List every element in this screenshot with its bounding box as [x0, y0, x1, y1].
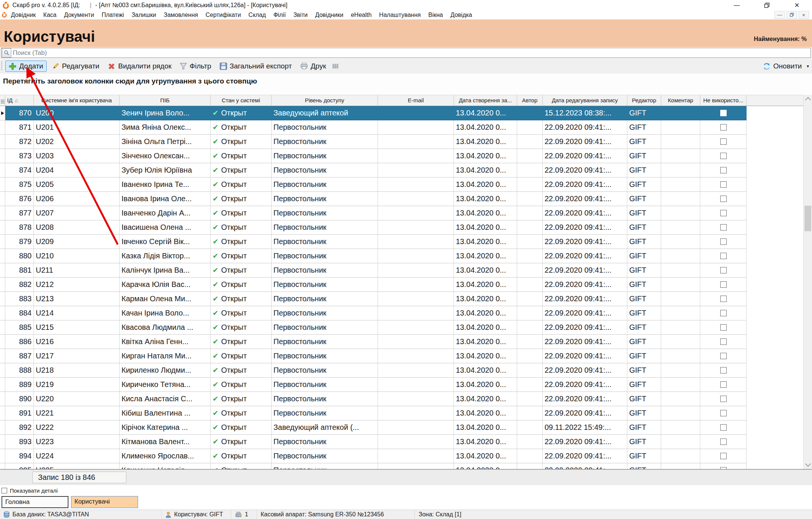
menu-platezhi[interactable]: Платежі: [98, 12, 128, 18]
menu-nalashtuvannia[interactable]: Налаштування: [375, 12, 425, 18]
column-header-sysname[interactable]: Системне ім'я користувача: [34, 95, 120, 106]
minimize-button[interactable]: —: [732, 2, 741, 9]
column-header-state[interactable]: Стан у системі: [211, 95, 272, 106]
row-checkbox[interactable]: [720, 138, 727, 145]
row-checkbox[interactable]: [720, 410, 727, 416]
menu-dovidka[interactable]: Довідка: [447, 12, 476, 18]
table-row[interactable]: 872U202Зініна Ольга Петрі...✔ОткрытПерво…: [0, 135, 812, 149]
search-input[interactable]: [12, 49, 810, 57]
menu-zalyshky[interactable]: Залишки: [128, 12, 160, 18]
scroll-down-icon[interactable]: [805, 461, 811, 467]
table-row[interactable]: 882U212Карачка Юлія Вас...✔ОткрытПервост…: [0, 278, 812, 292]
row-checkbox[interactable]: [720, 453, 727, 459]
row-checkbox[interactable]: [720, 224, 727, 231]
row-checkbox[interactable]: [720, 296, 727, 302]
column-header-comment[interactable]: Коментар: [661, 95, 700, 106]
row-checkbox[interactable]: [720, 324, 727, 331]
table-row[interactable]: 878U208Івасишена Олена ...✔ОткрытПервост…: [0, 220, 812, 235]
table-row[interactable]: 891U221Кібиш Валентина ...✔ОткрытПервост…: [0, 406, 812, 420]
row-checkbox[interactable]: [720, 310, 727, 316]
table-row[interactable]: 892U222Кірічок Катерина ...✔ОткрытЗаведу…: [0, 420, 812, 435]
row-checkbox[interactable]: [720, 396, 727, 402]
table-row[interactable]: 875U205Іваненко Ірина Те...✔ОткрытПервос…: [0, 178, 812, 192]
table-row[interactable]: 886U216Квітка Аліна Генн...✔ОткрытПервос…: [0, 335, 812, 349]
mdi-close-button[interactable]: ×: [798, 11, 809, 19]
table-row[interactable]: 874U204Зубер Юлія Юріївна✔ОткрытПервосто…: [0, 163, 812, 178]
menu-filii[interactable]: Філії: [270, 12, 290, 18]
row-checkbox[interactable]: [720, 281, 727, 288]
column-header-created[interactable]: Дата створення за...: [454, 95, 517, 106]
menu-kasa[interactable]: Каса: [39, 12, 60, 18]
row-checkbox[interactable]: [720, 124, 727, 131]
table-row[interactable]: 895U225Клименко Наталія✔ОткрытПервостоль…: [0, 463, 812, 469]
column-header-email[interactable]: E-mail: [378, 95, 454, 106]
row-checkbox[interactable]: [720, 353, 727, 359]
edit-button[interactable]: Редагувати: [49, 61, 102, 71]
row-checkbox[interactable]: [720, 210, 727, 216]
mdi-minimize-button[interactable]: —: [774, 11, 785, 19]
print-button[interactable]: Друк: [297, 61, 329, 71]
search-icon[interactable]: [2, 48, 11, 58]
menu-zvity[interactable]: Звіти: [290, 12, 311, 18]
table-row[interactable]: 890U220Кисла Анастасія С...✔ОткрытПервос…: [0, 392, 812, 406]
menu-sertyfikaty[interactable]: Сертифікати: [202, 12, 244, 18]
row-selector-header-icon[interactable]: [0, 95, 5, 106]
tab-users[interactable]: Користувачі: [71, 496, 138, 508]
scroll-up-icon[interactable]: [805, 97, 811, 103]
toolbar-drag-handle[interactable]: [1, 62, 2, 71]
close-button[interactable]: ×: [792, 2, 801, 9]
mdi-restore-button[interactable]: [786, 11, 797, 19]
row-checkbox[interactable]: [720, 153, 727, 159]
row-checkbox[interactable]: [720, 367, 727, 373]
table-row[interactable]: 894U224Клименко Ярослав...✔ОткрытПервост…: [0, 449, 812, 463]
menu-dokumenty[interactable]: Документи: [60, 12, 98, 18]
table-row[interactable]: 873U203Зінченко Олексан...✔ОткрытПервост…: [0, 149, 812, 163]
table-row[interactable]: 887U217Кирган Наталя Ми...✔ОткрытПервост…: [0, 349, 812, 363]
table-row[interactable]: 884U214Качан Ірина Воло...✔ОткрытПервост…: [0, 306, 812, 320]
column-header-editor[interactable]: Редактор: [627, 95, 661, 106]
table-row[interactable]: 888U218Кириленко Людми...✔ОткрытПервосто…: [0, 363, 812, 378]
restore-button[interactable]: [762, 2, 771, 9]
menu-dovidnyky[interactable]: Довідники: [311, 12, 347, 18]
table-row[interactable]: 876U206Іванова Ірина Оле...✔ОткрытПервос…: [0, 192, 812, 206]
row-checkbox[interactable]: [720, 253, 727, 259]
table-row[interactable]: 870U200Зенич Ірина Воло...✔ОткрытЗаведую…: [0, 106, 812, 120]
menu-ehealth[interactable]: eHealth: [347, 12, 375, 18]
column-header-author[interactable]: Автор: [517, 95, 543, 106]
row-checkbox[interactable]: [720, 181, 727, 188]
table-row[interactable]: 879U209Івченко Сергій Вік...✔ОткрытПерво…: [0, 235, 812, 249]
menu-dovidnyk[interactable]: Довідник: [7, 12, 39, 18]
column-header-fullname[interactable]: ПІБ: [120, 95, 211, 106]
table-row[interactable]: 893U223Кітманова Валент...✔ОткрытПервост…: [0, 435, 812, 449]
refresh-button[interactable]: Оновити ▾: [763, 62, 809, 70]
show-details-checkbox[interactable]: [2, 488, 7, 493]
filter-button[interactable]: Фільтр: [177, 61, 214, 71]
row-checkbox[interactable]: [720, 424, 727, 431]
table-row[interactable]: 880U210Казка Лідія Віктор...✔ОткрытПерво…: [0, 249, 812, 263]
menu-sklad[interactable]: Склад: [245, 12, 270, 18]
row-checkbox[interactable]: [720, 167, 727, 173]
table-row[interactable]: 883U213Карман Олена Ми...✔ОткрытПервосто…: [0, 292, 812, 306]
row-checkbox[interactable]: [720, 238, 727, 245]
add-button[interactable]: Додати: [5, 61, 47, 72]
column-header-edited[interactable]: Дата редагування запису: [543, 95, 627, 106]
row-checkbox[interactable]: [720, 196, 727, 202]
scrollbar-thumb[interactable]: [804, 206, 811, 231]
column-header-id[interactable]: ІД△: [5, 95, 34, 106]
menu-vikna[interactable]: Вікна: [425, 12, 447, 18]
table-row[interactable]: 889U219Кириченко Тетяна...✔ОткрытПервост…: [0, 378, 812, 392]
row-checkbox[interactable]: [720, 439, 727, 445]
export-button[interactable]: Загальний експорт: [217, 61, 295, 71]
menu-zamovlennia[interactable]: Замовлення: [160, 12, 202, 18]
row-checkbox[interactable]: [720, 381, 727, 388]
column-chooser-button[interactable]: [331, 62, 342, 71]
refresh-dropdown-caret[interactable]: ▾: [807, 64, 809, 69]
table-row[interactable]: 871U201Зима Яніна Олекс...✔ОткрытПервост…: [0, 120, 812, 135]
column-header-access-level[interactable]: Рівень доступу: [272, 95, 378, 106]
delete-row-button[interactable]: Видалити рядок: [105, 61, 175, 71]
table-row[interactable]: 885U215Квасова Людмила ...✔ОткрытПервост…: [0, 320, 812, 335]
column-header-notused[interactable]: Не використо...: [700, 95, 747, 106]
row-checkbox[interactable]: [720, 338, 727, 345]
row-checkbox[interactable]: [720, 110, 727, 116]
table-row[interactable]: 881U211Калінчук Ірина Ва...✔ОткрытПервос…: [0, 263, 812, 278]
